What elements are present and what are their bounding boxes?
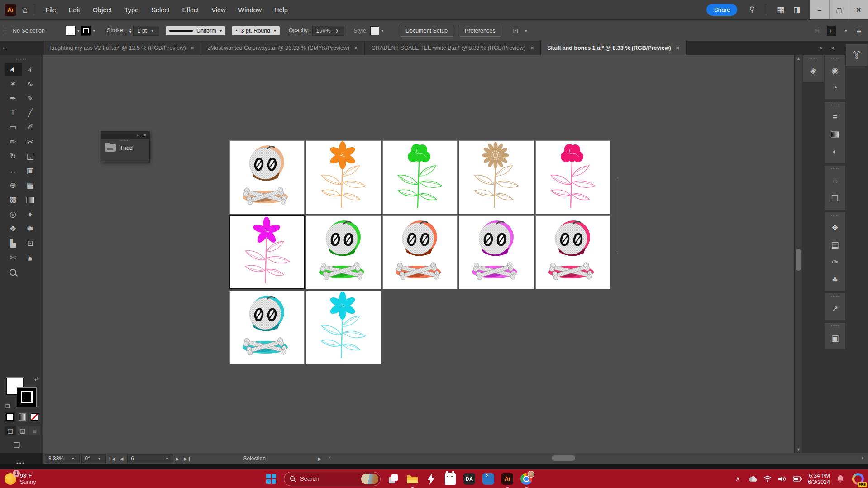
tab-close-icon[interactable]: ✕ bbox=[676, 45, 680, 51]
blend-tool[interactable]: ◎ bbox=[5, 208, 22, 221]
artboard-4[interactable] bbox=[459, 140, 534, 214]
copilot-icon[interactable]: PRE bbox=[852, 473, 864, 485]
next-artboard-icon[interactable]: ▶ bbox=[176, 456, 179, 461]
vertical-scrollbar[interactable]: ▲ ▼ bbox=[794, 55, 802, 453]
task-view-button[interactable] bbox=[387, 473, 400, 485]
style-swatch[interactable] bbox=[370, 26, 379, 35]
curvature-tool[interactable]: ✎ bbox=[22, 92, 39, 105]
export-panel-icon[interactable]: ↗ bbox=[826, 300, 844, 317]
column-graph-tool[interactable]: ▙ bbox=[5, 237, 22, 250]
menu-effect[interactable]: Effect bbox=[178, 5, 204, 15]
dock-group-grip[interactable]: ▪▪▪▪▪ bbox=[831, 55, 839, 62]
artboard-9[interactable] bbox=[459, 215, 534, 289]
color-button[interactable] bbox=[5, 412, 15, 422]
gradient-panel-icon[interactable] bbox=[826, 126, 844, 143]
direct-selection-tool[interactable]: ➢ bbox=[22, 63, 39, 76]
document-tab-1[interactable]: laughting my ass V2 Full.ai* @ 12.5 % (R… bbox=[44, 41, 201, 55]
chevron-down-icon[interactable]: ▾ bbox=[151, 29, 153, 33]
powershell-icon[interactable]: >_ bbox=[482, 473, 495, 485]
scroll-up-icon[interactable]: ▲ bbox=[795, 56, 802, 61]
free-transform-tool[interactable]: ▣ bbox=[22, 164, 39, 177]
workspace-switcher-icon[interactable]: ⫦ bbox=[827, 26, 836, 36]
chevron-down-icon[interactable]: ▾ bbox=[220, 29, 222, 33]
dock-collapse-right-icon[interactable]: » bbox=[829, 45, 837, 51]
variable-width-select[interactable]: Uniform ▾ bbox=[166, 26, 225, 35]
chevron-down-icon[interactable]: ▾ bbox=[166, 456, 168, 461]
triad-folder-label[interactable]: Triad bbox=[120, 145, 133, 151]
color-panel-icon[interactable]: ◉ bbox=[826, 62, 844, 79]
menu-window[interactable]: Window bbox=[234, 5, 267, 15]
artboard-10[interactable] bbox=[535, 215, 610, 289]
dock-group-grip[interactable]: ▪▪▪▪▪ bbox=[831, 323, 839, 330]
search-highlight-image[interactable] bbox=[361, 474, 378, 484]
canvas[interactable]: » ✕ ▪▪▪▪▪▪ Triad bbox=[43, 55, 794, 453]
home-icon[interactable]: ⌂ bbox=[23, 5, 28, 15]
rectangle-tool[interactable]: ▭ bbox=[5, 121, 22, 134]
panel-grip[interactable]: ▪▪▪▪▪▪ bbox=[101, 139, 149, 142]
search-box[interactable]: Search bbox=[284, 472, 381, 486]
draw-behind-icon[interactable]: ◱ bbox=[17, 426, 28, 435]
scale-tool[interactable]: ◱ bbox=[22, 150, 39, 163]
dock-group-grip[interactable]: ▪▪▪▪▪ bbox=[831, 293, 839, 300]
links-panel-icon[interactable]: ❏ bbox=[826, 190, 844, 207]
default-fill-stroke-icon[interactable]: ❏ bbox=[5, 403, 10, 409]
appearance-panel-icon[interactable]: ◌ bbox=[826, 172, 844, 190]
draw-inside-icon[interactable]: ◙ bbox=[29, 426, 40, 435]
zoom-tool[interactable] bbox=[5, 266, 22, 279]
symbols-tool[interactable]: ❖ bbox=[5, 222, 22, 235]
slice-tool[interactable]: ✄ bbox=[5, 251, 22, 264]
screen-mode-icon[interactable]: ❐ bbox=[14, 441, 20, 450]
gradient-button[interactable] bbox=[17, 412, 28, 422]
chevron-down-icon[interactable]: ▾ bbox=[98, 456, 100, 461]
artboard-11[interactable] bbox=[229, 291, 305, 364]
width-tool[interactable]: ↔ bbox=[5, 164, 22, 177]
magic-wand-tool[interactable]: ✶ bbox=[5, 77, 22, 91]
shaper-tool[interactable]: ✏ bbox=[5, 135, 22, 148]
chevron-down-icon[interactable]: ▾ bbox=[381, 29, 383, 33]
menu-file[interactable]: File bbox=[41, 5, 60, 15]
tab-close-icon[interactable]: ✕ bbox=[190, 45, 194, 51]
stroke-stepper[interactable]: ▲▼ bbox=[129, 28, 132, 33]
eyedropper-tool[interactable]: ♦ bbox=[22, 208, 39, 221]
panel-close-icon[interactable]: ✕ bbox=[143, 133, 147, 138]
file-explorer-icon[interactable] bbox=[406, 473, 419, 485]
draw-normal-icon[interactable]: ◳ bbox=[5, 426, 16, 435]
brushes-panel-icon[interactable]: ✑ bbox=[826, 254, 844, 271]
artboard-7[interactable] bbox=[306, 215, 381, 289]
onedrive-icon[interactable] bbox=[748, 476, 757, 482]
status-expand-icon[interactable]: ▶ bbox=[318, 456, 321, 461]
stroke-label[interactable]: Stroke: bbox=[107, 27, 125, 34]
3d-materials-panel-icon[interactable]: ◈ bbox=[804, 62, 822, 79]
none-button[interactable] bbox=[29, 412, 40, 422]
layers-panel-icon[interactable]: ❖ bbox=[826, 219, 844, 236]
symbols-panel-icon[interactable]: ♣ bbox=[826, 271, 844, 288]
share-button[interactable]: Share bbox=[706, 4, 737, 16]
artboards-panel-icon[interactable]: ▣ bbox=[826, 330, 844, 347]
hand-tool[interactable]: ☛ bbox=[22, 251, 39, 264]
opacity-label[interactable]: Opacity: bbox=[289, 27, 310, 34]
document-tab-4[interactable]: Skull and bones 1.ai* @ 8.33 % (RGB/Prev… bbox=[541, 41, 687, 55]
dock-group-grip[interactable]: ▪▪▪▪▪ bbox=[831, 166, 839, 172]
search-icon[interactable]: ⚲ bbox=[749, 5, 754, 14]
properties-panel-icon[interactable]: 🝖 bbox=[845, 43, 868, 66]
horizontal-scrollbar[interactable]: ‹ › bbox=[326, 453, 865, 464]
document-tab-2[interactable]: zMost wanted Colorways.ai @ 33.33 % (CMY… bbox=[201, 41, 365, 55]
artboard-12[interactable] bbox=[306, 291, 381, 364]
preferences-button[interactable]: Preferences bbox=[459, 25, 501, 37]
tools-panel-grip[interactable]: ▪▪▪▪▪ bbox=[0, 55, 43, 63]
arrange-documents-icon[interactable]: ▦ bbox=[777, 5, 784, 14]
mesh-tool[interactable]: ▩ bbox=[5, 193, 22, 206]
battery-icon[interactable] bbox=[793, 476, 802, 482]
type-tool[interactable]: T bbox=[5, 106, 22, 120]
stroke-weight-field[interactable]: 1 pt▾ bbox=[133, 26, 159, 36]
tab-close-icon[interactable]: ✕ bbox=[354, 45, 358, 51]
menu-object[interactable]: Object bbox=[88, 5, 116, 15]
artboard-6[interactable] bbox=[229, 215, 305, 289]
panel-collapse-icon[interactable]: » bbox=[136, 133, 138, 138]
menu-select[interactable]: Select bbox=[147, 5, 174, 15]
prev-artboard-icon[interactable]: ◀ bbox=[120, 456, 124, 461]
triad-floating-panel[interactable]: » ✕ ▪▪▪▪▪▪ Triad bbox=[101, 131, 150, 162]
dock-group-grip[interactable]: ▪▪▪▪▪ bbox=[831, 102, 839, 109]
dock-collapse-left-icon[interactable]: « bbox=[817, 45, 825, 51]
llama-app-icon[interactable] bbox=[444, 473, 457, 485]
